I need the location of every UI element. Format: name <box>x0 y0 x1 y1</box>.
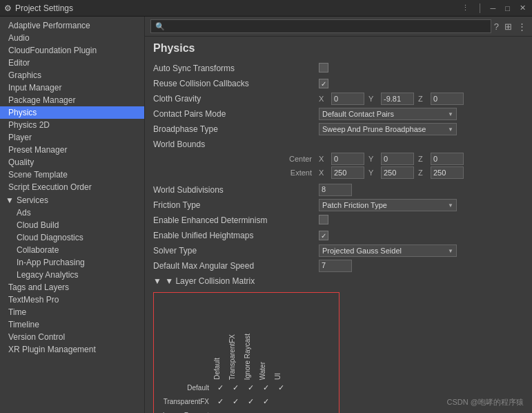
checkbox-auto-sync-transforms[interactable] <box>319 63 328 73</box>
center-z-input[interactable] <box>431 153 464 165</box>
cloth-gravity-y[interactable] <box>381 93 414 105</box>
check-default-ui[interactable]: ✓ <box>274 383 288 392</box>
close-button[interactable]: ✕ <box>518 3 528 12</box>
sidebar-item-collaborate[interactable]: Collaborate <box>0 244 144 256</box>
sidebar-item-cloud-build[interactable]: Cloud Build <box>0 219 144 231</box>
check-transparentfx-default[interactable]: ✓ <box>213 397 227 406</box>
check-ignoreraycast-ignore-raycast[interactable]: ✓ <box>244 411 257 414</box>
sidebar-item-in-app-purchasing[interactable]: In-App Purchasing <box>0 256 144 269</box>
sidebar-item-input-manager[interactable]: Input Manager <box>0 81 144 94</box>
layout-icon[interactable]: ⊞ <box>504 21 512 32</box>
checkbox-enable-enhanced-determinism[interactable] <box>319 215 328 224</box>
sidebar-item-package-manager[interactable]: Package Manager <box>0 94 144 106</box>
minimize-button[interactable]: ─ <box>489 4 498 12</box>
world-bounds-extent-row: Extent X Y Z <box>153 166 524 179</box>
value-friction-type: Patch Friction Type <box>319 199 524 211</box>
sidebar-item-time[interactable]: Time <box>0 306 144 318</box>
value-cloth-gravity: X Y Z <box>319 93 524 105</box>
prop-contact-pairs-mode: Contact Pairs Mode Default Contact Pairs <box>153 107 524 121</box>
sidebar-item-adaptive-performance[interactable]: Adaptive Performance <box>0 19 144 32</box>
divider <box>480 3 480 13</box>
label-layer-collision-matrix: ▼ ▼ Layer Collision Matrix <box>153 276 319 286</box>
check-ignoreraycast-default[interactable]: ✓ <box>213 411 227 414</box>
center-y-input[interactable] <box>381 153 414 165</box>
check-default-transparentfx[interactable]: ✓ <box>228 383 242 392</box>
cloth-gravity-x[interactable] <box>331 93 364 105</box>
label-broadphase-type: Broadphase Type <box>153 124 319 134</box>
sidebar-item-editor[interactable]: Editor <box>0 57 144 69</box>
collapse-icon[interactable]: ▼ <box>153 276 161 286</box>
dropdown-contact-pairs-mode[interactable]: Default Contact Pairs <box>319 108 457 120</box>
center-label: Center <box>277 155 319 163</box>
sidebar-item-textmesh-pro[interactable]: TextMesh Pro <box>0 294 144 306</box>
sidebar-item-version-control[interactable]: Version Control <box>0 331 144 343</box>
prop-solver-type: Solver Type Projected Gauss Seidel <box>153 244 524 258</box>
check-ignoreraycast-transparentfx[interactable]: ✓ <box>228 411 242 414</box>
label-enable-enhanced-determinism: Enable Enhanced Determinism <box>153 215 319 225</box>
sidebar-item-cloud-diagnostics[interactable]: Cloud Diagnostics <box>0 231 144 244</box>
dropdown-friction-type[interactable]: Patch Friction Type <box>319 199 457 211</box>
check-transparentfx-ignore-raycast[interactable]: ✓ <box>244 397 257 406</box>
prop-enable-unified-heightmaps: Enable Unified Heightmaps <box>153 229 524 242</box>
y-label: Y <box>368 95 377 103</box>
col-label-ignore-raycast: Ignore Raycast <box>244 334 257 380</box>
cloth-gravity-xyz: X Y Z <box>319 93 524 105</box>
sidebar-item-preset-manager[interactable]: Preset Manager <box>0 144 144 156</box>
sidebar-item-xr-plugin-management[interactable]: XR Plugin Management <box>0 343 144 356</box>
label-world-subdivisions: World Subdivisions <box>153 185 319 195</box>
sidebar-item-physics2d[interactable]: Physics 2D <box>0 119 144 131</box>
value-broadphase-type: Sweep And Prune Broadphase <box>319 123 524 135</box>
prop-auto-sync-transforms: Auto Sync Transforms <box>153 61 524 75</box>
sidebar-item-ads[interactable]: Ads <box>0 206 144 219</box>
value-world-subdivisions: 8 <box>319 184 524 196</box>
extent-x-input[interactable] <box>331 166 364 179</box>
dropdown-solver-type[interactable]: Projected Gauss Seidel <box>319 244 457 257</box>
check-transparentfx-water[interactable]: ✓ <box>259 397 273 406</box>
title-bar-left: ⚙ Project Settings <box>4 3 73 13</box>
row-label-transparentfx: TransparentFX <box>158 398 213 405</box>
watermark: CSDN @咆哮的程序猿 <box>447 397 524 407</box>
sidebar-item-legacy-analytics[interactable]: Legacy Analytics <box>0 269 144 281</box>
sidebar-item-quality[interactable]: Quality <box>0 156 144 169</box>
search-input[interactable] <box>150 19 491 33</box>
extent-xyz: X Y Z <box>319 166 464 179</box>
number-world-subdivisions: 8 <box>319 184 352 196</box>
checkbox-reuse-collision-callbacks[interactable] <box>319 79 328 88</box>
prop-broadphase-type: Broadphase Type Sweep And Prune Broadpha… <box>153 122 524 136</box>
sidebar-item-graphics[interactable]: Graphics <box>0 69 144 81</box>
extent-z-input[interactable] <box>431 166 464 179</box>
sidebar-item-scene-template[interactable]: Scene Template <box>0 169 144 181</box>
col-label-ui: UI <box>274 373 288 380</box>
check-default-default[interactable]: ✓ <box>213 383 227 392</box>
services-section-header: ▼ Services <box>0 193 144 206</box>
check-default-water[interactable]: ✓ <box>259 383 273 392</box>
sidebar-item-tags-and-layers[interactable]: Tags and Layers <box>0 281 144 294</box>
sidebar-item-player[interactable]: Player <box>0 131 144 144</box>
help-icon[interactable]: ? <box>494 21 499 32</box>
maximize-button[interactable]: □ <box>503 4 512 12</box>
sidebar-item-timeline[interactable]: Timeline <box>0 318 144 331</box>
checkbox-enable-unified-heightmaps[interactable] <box>319 231 328 240</box>
number-default-max-angular-speed: 7 <box>319 260 352 272</box>
sidebar-item-cloudfoundation[interactable]: CloudFoundation Plugin <box>0 44 144 57</box>
label-world-bounds: World Bounds <box>153 140 319 149</box>
prop-world-subdivisions: World Subdivisions 8 <box>153 183 524 197</box>
sidebar-item-physics[interactable]: Physics <box>0 106 144 119</box>
value-reuse-collision-callbacks <box>319 79 524 89</box>
matrix-row-default: Default ✓ ✓ ✓ ✓ ✓ <box>158 381 335 394</box>
extent-y-input[interactable] <box>381 166 414 179</box>
matrix-header-row: Default TransparentFX Ignore Raycast Wat… <box>158 297 335 380</box>
menu-button[interactable]: ⋮ <box>460 3 471 12</box>
value-default-max-angular-speed: 7 <box>319 260 524 272</box>
more-icon[interactable]: ⋮ <box>518 21 526 32</box>
prop-enable-enhanced-determinism: Enable Enhanced Determinism <box>153 213 524 227</box>
dropdown-broadphase-type[interactable]: Sweep And Prune Broadphase <box>319 123 457 135</box>
z-label: Z <box>418 95 426 103</box>
sidebar-item-script-execution-order[interactable]: Script Execution Order <box>0 181 144 193</box>
center-x-input[interactable] <box>331 153 364 165</box>
section-title: Physics <box>153 42 524 55</box>
cloth-gravity-z[interactable] <box>431 93 464 105</box>
check-transparentfx-transparentfx[interactable]: ✓ <box>228 397 242 406</box>
check-default-ignore-raycast[interactable]: ✓ <box>244 383 257 392</box>
sidebar-item-audio[interactable]: Audio <box>0 32 144 44</box>
